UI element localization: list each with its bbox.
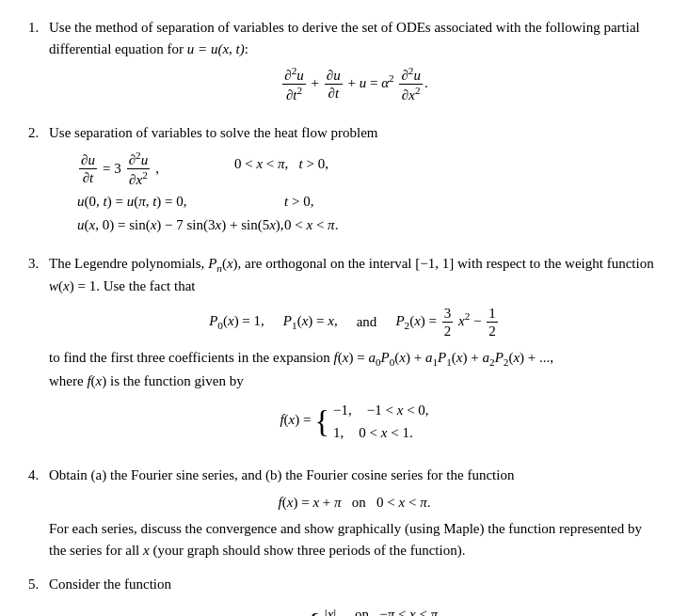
brace-system-p3: { −1,−1 < x < 0, 1,0 < x < 1. (314, 399, 428, 444)
and-label: and (357, 311, 377, 333)
problem-4-para: For each series, discuss the convergence… (49, 518, 660, 561)
problem-3: 3. The Legendre polynomials, Pn(x), are … (28, 253, 660, 452)
problem-5-num: 5. (28, 574, 49, 616)
frac-d2u-dx2-p2: ∂2u ∂x2 (127, 150, 151, 188)
problem-1-equation: ∂2u ∂t2 + ∂u ∂t + u = α2 ∂2u ∂x2 . (49, 65, 660, 103)
p0-def: P0(x) = 1, (209, 310, 264, 334)
problem-3-num: 3. (28, 253, 49, 452)
p2-condition-2: t > 0, (284, 191, 313, 213)
problem-5: 5. Consider the function f(x) = { |x|,on… (28, 574, 660, 616)
frac-du-dt: ∂u ∂t (325, 67, 343, 102)
problem-5-fx: f(x) = { |x|,on −π ≤ x ≤ π f(x + 2π),els… (49, 603, 660, 616)
frac-d2u-dx2: ∂2u ∂x2 (399, 65, 423, 103)
problem-4-fx: f(x) = x + π on 0 < x < π. (49, 492, 660, 513)
p1-u-def: u = u(x, t) (187, 41, 245, 56)
problem-2-equations: ∂u ∂t = 3 ∂2u ∂x2 , 0 < x < π, t > 0, u(… (77, 150, 660, 236)
p2-condition-1: 0 < x < π, t > 0, (159, 150, 660, 175)
problem-3-fx: f(x) = { −1,−1 < x < 0, 1,0 < x < 1. (49, 399, 660, 444)
problem-2-body: Use separation of variables to solve the… (49, 122, 660, 240)
problem-3-body: The Legendre polynomials, Pn(x), are ort… (49, 253, 660, 452)
p2-ic: u(x, 0) = sin(x) − 7 sin(3x) + sin(5x), (77, 214, 284, 236)
problem-3-intro: The Legendre polynomials, Pn(x), are ort… (49, 256, 654, 294)
problem-4-text: Obtain (a) the Fourier sine series, and … (49, 467, 514, 482)
problem-2-text: Use separation of variables to solve the… (49, 125, 377, 140)
problem-4: 4. Obtain (a) the Fourier sine series, a… (28, 465, 660, 561)
problem-1: 1. Use the method of separation of varia… (28, 17, 660, 109)
problem-3-legendre: P0(x) = 1, P1(x) = x, and P2(x) = 3 2 x2… (49, 305, 660, 340)
p2-bc1: u(0, t) = u(π, t) = 0, (77, 191, 284, 213)
problem-2-num: 2. (28, 122, 49, 240)
problem-2: 2. Use separation of variables to solve … (28, 122, 660, 240)
frac-d2u-dt2: ∂2u ∂t2 (282, 65, 306, 103)
problem-1-text: Use the method of separation of variable… (49, 20, 640, 56)
brace-system-p5: { |x|,on −π ≤ x ≤ π f(x + 2π),else. (306, 603, 438, 616)
problem-5-text: Consider the function (49, 577, 171, 592)
p2-condition-3: 0 < x < π. (284, 214, 338, 236)
problem-5-body: Consider the function f(x) = { |x|,on −π… (49, 574, 660, 616)
problem-3-expansion-text: to find the first three coefficients in … (49, 347, 660, 371)
problem-4-body: Obtain (a) the Fourier sine series, and … (49, 465, 660, 561)
p2-def: P2(x) = 3 2 x2 − 1 2 (395, 305, 499, 340)
problem-3-where: where f(x) is the function given by (49, 371, 660, 392)
p1-def: P1(x) = x, (283, 310, 338, 334)
problem-1-num: 1. (28, 17, 49, 109)
frac-du-dt-p2: ∂u ∂t (79, 151, 97, 186)
problem-1-body: Use the method of separation of variable… (49, 17, 660, 109)
weight-function-label: weight function (565, 256, 654, 271)
problem-4-num: 4. (28, 465, 49, 561)
